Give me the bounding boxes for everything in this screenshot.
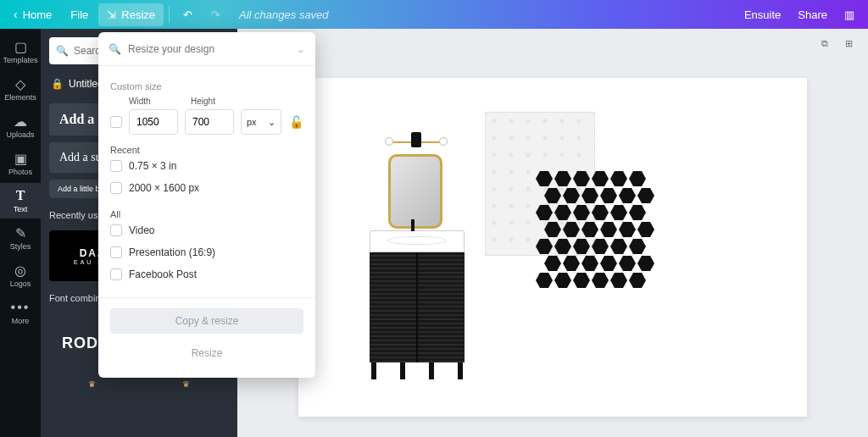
chevron-down-icon: ⌄ xyxy=(268,117,275,128)
back-button[interactable]: ‹Home xyxy=(5,3,60,26)
resize-search[interactable]: 🔍 ⌄ xyxy=(98,32,315,66)
rail-logos[interactable]: ◎Logos xyxy=(0,257,41,293)
tool-rail: ▢Templates ◇Elements ☁Uploads ▣Photos TT… xyxy=(0,29,41,437)
lock-icon: 🔒 xyxy=(51,78,64,90)
crown-icon: ♛ xyxy=(49,379,135,389)
all-size-presentation[interactable]: Presentation (16:9) xyxy=(110,241,303,263)
rail-text[interactable]: TText xyxy=(0,183,41,218)
home-label: Home xyxy=(23,8,53,21)
checkbox[interactable] xyxy=(110,182,122,194)
rail-elements[interactable]: ◇Elements xyxy=(0,71,41,107)
logos-icon: ◎ xyxy=(13,263,28,278)
canvas-element-hex-tile[interactable] xyxy=(536,171,646,273)
checkbox[interactable] xyxy=(110,224,122,236)
save-status: All changes saved xyxy=(231,3,337,26)
canvas-element-sconce[interactable] xyxy=(387,129,446,147)
redo-icon: ↷ xyxy=(211,8,220,21)
copy-and-resize-button[interactable]: Copy & resize xyxy=(110,308,303,334)
all-size-video[interactable]: Video xyxy=(110,219,303,241)
rail-photos[interactable]: ▣Photos xyxy=(0,146,41,181)
templates-icon: ▢ xyxy=(13,39,28,54)
search-icon: 🔍 xyxy=(108,43,121,55)
canvas-element-vanity[interactable] xyxy=(366,230,468,379)
all-sizes-label: All xyxy=(110,209,303,219)
chevron-left-icon: ‹ xyxy=(14,8,18,21)
separator xyxy=(169,6,170,23)
height-input[interactable] xyxy=(185,109,234,135)
resize-menu[interactable]: ⇲ Resize xyxy=(98,3,164,26)
rail-styles[interactable]: ✎Styles xyxy=(0,220,41,256)
redo-button[interactable]: ↷ xyxy=(203,3,229,26)
rail-more[interactable]: •••More xyxy=(0,295,41,330)
unit-select[interactable]: px⌄ xyxy=(241,109,281,135)
resize-button[interactable]: Resize xyxy=(110,340,303,366)
chevron-down-icon[interactable]: ⌄ xyxy=(297,43,305,55)
recent-size-2[interactable]: 2000 × 1600 px xyxy=(110,177,303,199)
stage-toolbar: ◔ 5.0s ⧉ ⊞ xyxy=(237,29,868,58)
photos-icon: ▣ xyxy=(13,151,28,166)
duplicate-page-icon[interactable]: ⧉ xyxy=(817,36,832,51)
custom-size-checkbox[interactable] xyxy=(110,116,122,128)
resize-icon: ⇲ xyxy=(107,8,116,21)
chart-icon: ▥ xyxy=(844,8,854,21)
recent-sizes-label: Recent xyxy=(110,145,303,155)
elements-icon: ◇ xyxy=(13,76,28,91)
resize-label: Resize xyxy=(121,8,155,21)
crown-icon: ♛ xyxy=(143,379,229,389)
undo-icon: ↶ xyxy=(183,8,192,21)
analytics-button[interactable]: ▥ xyxy=(836,3,863,26)
styles-icon: ✎ xyxy=(13,225,28,241)
resize-popover: 🔍 ⌄ Custom size Width Height px⌄ 🔓 Recen… xyxy=(98,32,315,378)
height-label: Height xyxy=(191,97,244,106)
undo-button[interactable]: ↶ xyxy=(175,3,201,26)
checkbox[interactable] xyxy=(110,160,122,172)
add-page-icon[interactable]: ⊞ xyxy=(841,36,856,51)
text-icon: T xyxy=(13,188,28,203)
share-button[interactable]: Share xyxy=(789,3,836,26)
file-menu[interactable]: File xyxy=(62,3,97,26)
more-icon: ••• xyxy=(13,300,28,315)
lock-aspect-icon[interactable]: 🔓 xyxy=(289,115,303,129)
design-canvas[interactable] xyxy=(298,78,807,417)
rail-uploads[interactable]: ☁Uploads xyxy=(0,108,41,144)
search-icon: 🔍 xyxy=(56,45,69,57)
document-name[interactable]: Ensuite xyxy=(736,3,789,26)
canvas-stage: ◔ 5.0s ⧉ ⊞ xyxy=(237,29,868,437)
checkbox[interactable] xyxy=(110,268,122,280)
all-size-facebook[interactable]: Facebook Post xyxy=(110,263,303,285)
width-input[interactable] xyxy=(129,109,178,135)
checkbox[interactable] xyxy=(110,246,122,258)
recent-size-1[interactable]: 0.75 × 3 in xyxy=(110,155,303,177)
rail-templates[interactable]: ▢Templates xyxy=(0,34,41,69)
uploads-icon: ☁ xyxy=(13,113,28,129)
app-topbar: ‹Home File ⇲ Resize ↶ ↷ All changes save… xyxy=(0,0,868,29)
canvas-element-mirror[interactable] xyxy=(388,154,442,229)
resize-search-input[interactable] xyxy=(128,43,290,55)
width-label: Width xyxy=(129,97,182,106)
custom-size-label: Custom size xyxy=(110,81,303,91)
